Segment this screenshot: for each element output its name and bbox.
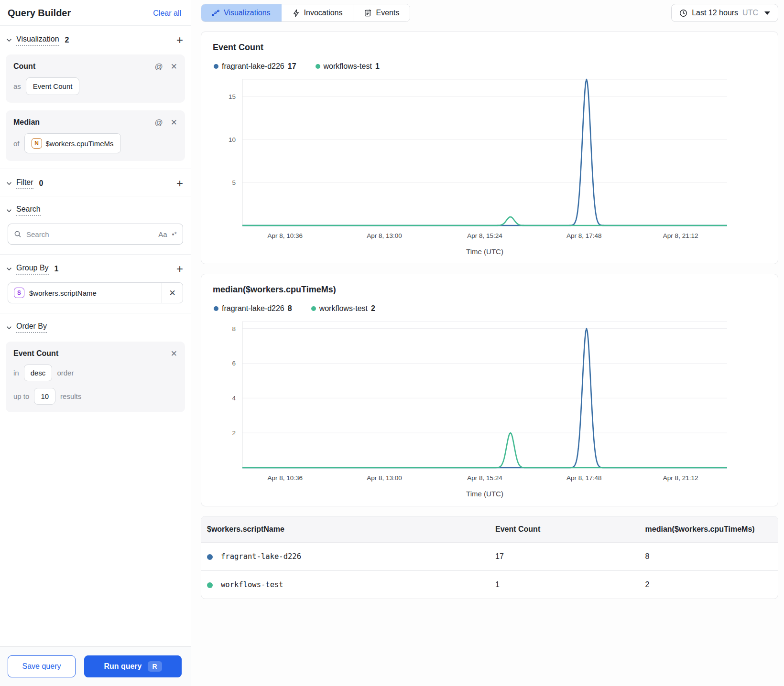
in-label: in [13, 369, 19, 377]
svg-text:Apr 8, 13:00: Apr 8, 13:00 [367, 232, 402, 239]
sidebar-footer: Save query Run query R [0, 646, 191, 686]
legend-item[interactable]: fragrant-lake-d22617 [214, 62, 296, 71]
match-case-icon[interactable]: Aa [158, 230, 167, 238]
order-label: order [57, 369, 74, 377]
of-label: of [13, 139, 20, 148]
filter-section-label[interactable]: Filter [16, 178, 33, 189]
remove-order-by-icon[interactable]: ✕ [171, 350, 177, 358]
chevron-down-icon[interactable] [6, 180, 12, 187]
visualization-card-count: Count @ ✕ as Event Count [6, 54, 185, 103]
chevron-down-icon[interactable] [6, 37, 12, 43]
string-type-icon: S [14, 288, 24, 298]
tab-visualizations[interactable]: Visualizations [201, 4, 282, 21]
as-label: as [13, 82, 21, 90]
group-by-item[interactable]: S $workers.scriptName ✕ [8, 282, 183, 303]
topbar: Visualizations Invocations Events Last 1… [201, 4, 778, 22]
clock-icon [679, 9, 687, 17]
events-doc-icon [364, 9, 372, 17]
svg-text:Apr 8, 15:24: Apr 8, 15:24 [467, 232, 502, 239]
remove-visualization-icon[interactable]: ✕ [171, 63, 177, 71]
svg-text:Apr 8, 21:12: Apr 8, 21:12 [663, 232, 698, 239]
svg-text:Time (UTC): Time (UTC) [466, 247, 503, 256]
alias-icon[interactable]: @ [154, 118, 163, 127]
visualization-section-label[interactable]: Visualization [16, 35, 59, 46]
order-by-section-header: Order By [0, 313, 191, 340]
visualization-count: 2 [65, 36, 69, 44]
table-row[interactable]: fragrant-lake-d226178 [201, 543, 778, 571]
svg-text:8: 8 [232, 325, 236, 332]
svg-text:Apr 8, 13:00: Apr 8, 13:00 [367, 474, 402, 482]
sidebar-body: Visualization 2 + Count @ ✕ as Event Cou… [0, 26, 191, 646]
regex-icon[interactable]: ▪* [172, 230, 177, 238]
query-builder-sidebar: Query Builder Clear all Visualization 2 … [0, 0, 191, 686]
median-cputime-chart-card: median($workers.cpuTimeMs) fragrant-lake… [201, 274, 778, 506]
series-color-dot [207, 582, 213, 588]
chevron-down-icon[interactable] [6, 324, 12, 331]
median-field-value[interactable]: N $workers.cpuTimeMs [24, 133, 121, 153]
visualization-card-title: Median [13, 118, 40, 127]
filter-count: 0 [39, 179, 44, 188]
event-count-line-chart[interactable]: 51015Apr 8, 10:36Apr 8, 13:00Apr 8, 15:2… [213, 74, 729, 257]
legend-item[interactable]: fragrant-lake-d2268 [214, 304, 292, 313]
legend-series-name: fragrant-lake-d226 [222, 62, 284, 71]
event-count-value: 1 [490, 571, 640, 599]
result-limit-input[interactable]: 10 [34, 388, 55, 405]
chevron-down-icon[interactable] [6, 207, 12, 214]
legend-item[interactable]: workflows-test1 [316, 62, 380, 71]
svg-text:Apr 8, 17:48: Apr 8, 17:48 [566, 232, 602, 239]
visualization-alias-value[interactable]: Event Count [26, 77, 80, 95]
tab-invocations[interactable]: Invocations [282, 4, 354, 21]
timezone-label: UTC [742, 9, 758, 17]
legend-series-name: fragrant-lake-d226 [222, 304, 284, 313]
lightning-icon [292, 9, 300, 17]
search-input[interactable] [26, 230, 153, 238]
order-direction-select[interactable]: desc [24, 364, 53, 381]
series-color-dot [207, 554, 213, 560]
svg-text:6: 6 [232, 360, 236, 367]
run-shortcut-badge: R [148, 661, 162, 672]
group-by-section-label[interactable]: Group By [16, 264, 49, 275]
svg-text:15: 15 [229, 93, 236, 100]
add-group-by-button[interactable]: + [176, 263, 183, 275]
table-body: fragrant-lake-d226178workflows-test12 [201, 543, 778, 599]
app-root: Query Builder Clear all Visualization 2 … [0, 0, 784, 686]
script-name: workflows-test [221, 580, 283, 589]
time-range-dropdown[interactable]: Last 12 hours UTC [671, 4, 778, 22]
group-by-section-header: Group By 1 + [0, 255, 191, 281]
legend-dot [214, 306, 218, 311]
add-filter-button[interactable]: + [176, 178, 183, 189]
page-title: Query Builder [8, 8, 71, 19]
chevron-down-icon[interactable] [6, 266, 12, 272]
clear-all-button[interactable]: Clear all [153, 9, 181, 18]
legend-series-value: 1 [375, 62, 380, 71]
legend-item[interactable]: workflows-test2 [311, 304, 375, 313]
order-by-field: Event Count [13, 349, 58, 358]
median-cputime-line-chart[interactable]: 2468Apr 8, 10:36Apr 8, 13:00Apr 8, 15:24… [213, 316, 729, 499]
number-type-icon: N [32, 138, 42, 149]
up-to-label: up to [13, 392, 29, 400]
search-section-label[interactable]: Search [16, 205, 41, 216]
legend-series-value: 17 [288, 62, 296, 71]
event-count-value: 17 [490, 543, 640, 571]
visualization-section-header: Visualization 2 + [0, 26, 191, 53]
order-by-section-label[interactable]: Order By [16, 322, 47, 333]
svg-text:10: 10 [229, 136, 236, 143]
visualization-card-title: Count [13, 62, 35, 71]
chart-title: Event Count [213, 43, 766, 53]
legend-series-name: workflows-test [319, 304, 368, 313]
order-by-card: Event Count ✕ in desc order up to 10 res… [6, 342, 185, 412]
save-query-button[interactable]: Save query [8, 655, 76, 677]
remove-visualization-icon[interactable]: ✕ [171, 118, 177, 127]
alias-icon[interactable]: @ [154, 63, 163, 71]
table-row[interactable]: workflows-test12 [201, 571, 778, 599]
run-query-button[interactable]: Run query R [84, 655, 182, 677]
add-visualization-button[interactable]: + [176, 34, 183, 46]
event-count-chart-card: Event Count fragrant-lake-d22617workflow… [201, 32, 778, 264]
results-table: $workers.scriptName Event Count median($… [201, 516, 778, 599]
svg-text:2: 2 [232, 429, 236, 437]
tab-events[interactable]: Events [353, 4, 410, 21]
svg-text:Apr 8, 17:48: Apr 8, 17:48 [566, 474, 602, 482]
sidebar-header: Query Builder Clear all [0, 0, 191, 25]
remove-group-by-icon[interactable]: ✕ [162, 283, 183, 303]
script-name: fragrant-lake-d226 [221, 552, 301, 561]
